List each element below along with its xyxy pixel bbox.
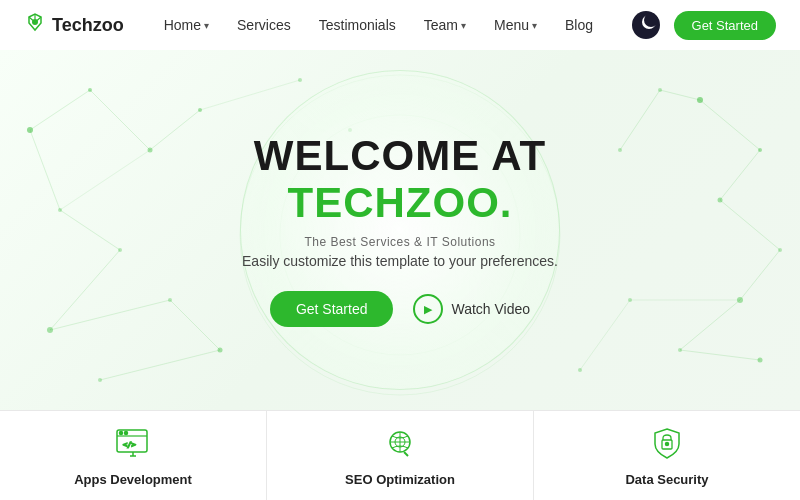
data-security-icon xyxy=(647,424,687,464)
apps-development-label: Apps Development xyxy=(74,472,192,487)
svg-point-2 xyxy=(88,88,92,92)
svg-point-5 xyxy=(198,108,202,112)
svg-point-23 xyxy=(578,368,582,372)
svg-line-34 xyxy=(200,80,300,110)
hero-get-started-button[interactable]: Get Started xyxy=(270,291,394,327)
svg-line-41 xyxy=(680,300,740,350)
svg-point-20 xyxy=(678,348,682,352)
svg-line-35 xyxy=(700,100,760,150)
logo[interactable]: Techzoo xyxy=(24,12,124,39)
svg-point-4 xyxy=(58,208,62,212)
watch-video-button[interactable]: ▶ Watch Video xyxy=(413,294,530,324)
svg-line-27 xyxy=(150,110,200,150)
hero-content: WELCOME AT TECHZOO. The Best Services & … xyxy=(242,133,558,327)
nav-menu[interactable]: Menu ▾ xyxy=(494,17,537,33)
svg-line-40 xyxy=(740,250,780,300)
svg-line-32 xyxy=(100,350,220,380)
svg-point-49 xyxy=(120,432,123,435)
svg-line-24 xyxy=(30,90,90,130)
svg-point-17 xyxy=(618,148,622,152)
svg-point-11 xyxy=(298,78,302,82)
svg-line-58 xyxy=(404,452,408,456)
svg-point-9 xyxy=(218,348,223,353)
svg-point-13 xyxy=(697,97,703,103)
hero-buttons: Get Started ▶ Watch Video xyxy=(242,291,558,327)
nav-cta-button[interactable]: Get Started xyxy=(674,11,776,40)
svg-line-31 xyxy=(170,300,220,350)
seo-optimization-label: SEO Optimization xyxy=(345,472,455,487)
hero-subtitle: The Best Services & IT Solutions xyxy=(242,235,558,249)
svg-text:</>: </> xyxy=(123,441,136,449)
nav-home[interactable]: Home ▾ xyxy=(164,17,209,33)
svg-point-8 xyxy=(168,298,172,302)
svg-point-16 xyxy=(658,88,662,92)
svg-line-26 xyxy=(30,130,60,210)
hero-description: Easily customize this template to your p… xyxy=(242,253,558,269)
svg-point-19 xyxy=(737,297,743,303)
hero-title-line1: WELCOME AT xyxy=(242,133,558,179)
svg-line-42 xyxy=(680,350,760,360)
svg-line-25 xyxy=(90,90,150,150)
card-data-security[interactable]: Data Security xyxy=(534,411,800,500)
menu-chevron-icon: ▾ xyxy=(532,20,537,31)
nav-services[interactable]: Services xyxy=(237,17,291,33)
svg-point-21 xyxy=(758,358,763,363)
data-security-label: Data Security xyxy=(625,472,708,487)
svg-point-7 xyxy=(47,327,53,333)
logo-icon xyxy=(24,12,46,39)
svg-point-14 xyxy=(758,148,762,152)
svg-point-60 xyxy=(666,443,669,446)
nav-right: Get Started xyxy=(632,11,776,40)
svg-line-37 xyxy=(660,90,700,100)
nav-links: Home ▾ Services Testimonials Team ▾ Menu… xyxy=(164,17,632,33)
card-seo-optimization[interactable]: SEO Optimization xyxy=(267,411,534,500)
svg-line-30 xyxy=(50,300,170,330)
svg-line-39 xyxy=(720,200,780,250)
svg-point-10 xyxy=(98,378,102,382)
nav-testimonials[interactable]: Testimonials xyxy=(319,17,396,33)
svg-point-3 xyxy=(148,148,153,153)
hero-section: WELCOME AT TECHZOO. The Best Services & … xyxy=(0,50,800,410)
team-chevron-icon: ▾ xyxy=(461,20,466,31)
navbar: Techzoo Home ▾ Services Testimonials Tea… xyxy=(0,0,800,50)
watch-video-label: Watch Video xyxy=(451,301,530,317)
svg-point-1 xyxy=(27,127,33,133)
svg-line-28 xyxy=(60,210,120,250)
svg-point-18 xyxy=(778,248,782,252)
hero-title-line2: TECHZOO. xyxy=(242,179,558,227)
card-apps-development[interactable]: </> Apps Development xyxy=(0,411,267,500)
seo-optimization-icon xyxy=(380,424,420,464)
svg-line-29 xyxy=(50,250,120,330)
svg-line-44 xyxy=(580,300,630,370)
svg-point-6 xyxy=(118,248,122,252)
svg-point-22 xyxy=(628,298,632,302)
svg-line-33 xyxy=(60,150,150,210)
apps-development-icon: </> xyxy=(113,424,153,464)
home-chevron-icon: ▾ xyxy=(204,20,209,31)
svg-line-38 xyxy=(620,90,660,150)
logo-text: Techzoo xyxy=(52,15,124,36)
theme-toggle-button[interactable] xyxy=(632,11,660,39)
nav-blog[interactable]: Blog xyxy=(565,17,593,33)
svg-point-15 xyxy=(718,198,723,203)
svg-line-36 xyxy=(720,150,760,200)
nav-team[interactable]: Team ▾ xyxy=(424,17,466,33)
svg-point-50 xyxy=(125,432,128,435)
cards-section: </> Apps Development SEO Optimization xyxy=(0,410,800,500)
play-icon: ▶ xyxy=(413,294,443,324)
